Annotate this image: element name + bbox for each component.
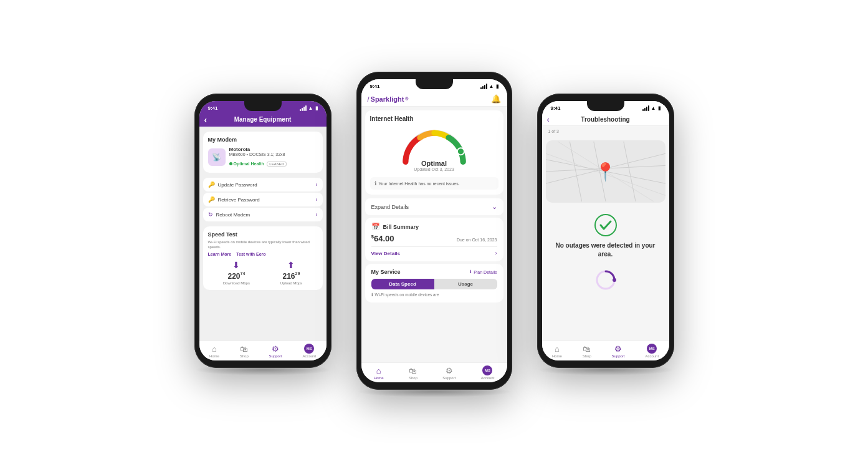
view-details-row[interactable]: View Details › (371, 246, 497, 256)
support-icon-2: ⚙ (446, 366, 453, 375)
check-circle-icon (594, 214, 617, 236)
signal-icon-3 (642, 105, 649, 111)
upload-icon: ⬆ (280, 260, 302, 270)
account-avatar-3: MS (647, 344, 657, 354)
tab-data-speed[interactable]: Data Speed (371, 279, 434, 289)
test-with-eero-link[interactable]: Test with Eero (236, 252, 265, 256)
svg-point-0 (457, 148, 464, 155)
learn-more-link[interactable]: Learn More (208, 252, 232, 256)
trademark-icon: ® (405, 97, 408, 101)
bill-title: Bill Summary (383, 224, 419, 230)
health-note-row: ℹ Your Internet Health has no recent iss… (370, 177, 498, 190)
shop-icon-3: 🛍 (583, 344, 591, 354)
modem-icon: 📡 (208, 148, 226, 166)
bottom-nav-3: ⌂ Home 🛍 Shop ⚙ Support MS Account (542, 341, 669, 360)
bill-summary-card: 📅 Bill Summary $64.00 Due on Oct 16, 202… (365, 218, 503, 261)
screen2-content: Internet Health (361, 107, 507, 362)
account-avatar-2: MS (482, 365, 492, 375)
status-time-1: 9:41 (208, 105, 218, 111)
home-icon-2: ⌂ (376, 366, 381, 375)
health-note-text: Your Internet Health has no recent issue… (379, 181, 460, 186)
service-title: My Service (371, 269, 401, 275)
outage-result: No outages were detected in your area. (542, 206, 669, 263)
bottom-nav-2: ⌂ Home 🛍 Shop ⚙ Support MS Account (361, 362, 507, 382)
menu-label-2: Retrieve Password (218, 197, 260, 203)
internet-health-screen: 9:41 ▲ ▮ / Sparklight® (356, 72, 512, 390)
menu-retrieve-password[interactable]: 🔑 Retrieve Password › (203, 193, 323, 206)
upload-label: Upload Mbps (280, 281, 302, 285)
support-icon-3: ⚙ (614, 344, 622, 354)
info-icon: ℹ (374, 180, 376, 186)
manage-equipment-screen: 9:41 ▲ ▮ ‹ Manage Equipment (194, 94, 331, 368)
health-date: Updated Oct 3, 2023 (414, 167, 454, 172)
nav-shop-label-1: Shop (240, 354, 249, 358)
sparklight-header: / Sparklight® 🔔 (361, 92, 507, 107)
upload-dec: 29 (295, 271, 300, 276)
support-icon-1: ⚙ (272, 344, 279, 354)
chevron-icon-1: › (316, 181, 318, 188)
modem-section: My Modem 📡 Motorola MB8600 • DOCSIS 3.1;… (203, 132, 323, 173)
bill-due-date: Due on Oct 16, 2023 (457, 238, 497, 242)
menu-update-password[interactable]: 🔑 Update Password › (203, 178, 323, 191)
bottom-nav-1: ⌂ Home 🛍 Shop ⚙ Support MS Account (199, 341, 327, 360)
nav-support-3[interactable]: ⚙ Support (612, 344, 625, 358)
upload-val: 216 (282, 272, 295, 281)
nav-account-3[interactable]: MS Account (645, 344, 659, 358)
nav-home-2[interactable]: ⌂ Home (374, 366, 384, 380)
nav-account-2[interactable]: MS Account (481, 365, 495, 380)
status-time-3: 9:41 (551, 105, 561, 111)
troubleshooting-screen: 9:41 ▲ ▮ ‹ Troubleshooting (537, 94, 674, 368)
signal-icon (300, 105, 307, 111)
nav-shop-2[interactable]: 🛍 Shop (409, 366, 417, 380)
tab-usage[interactable]: Usage (434, 279, 497, 289)
info-icon-2: ℹ (470, 269, 472, 274)
nav-shop-label-2: Shop (409, 376, 417, 380)
screen1-content: My Modem 📡 Motorola MB8600 • DOCSIS 3.1;… (199, 127, 327, 341)
download-speed: ⬇ 22074 Download Mbps (223, 260, 250, 285)
service-tabs: Data Speed Usage (371, 279, 497, 289)
speed-section-title: Speed Test (208, 231, 318, 238)
modem-health-badge: Optimal Health (229, 162, 264, 166)
menu-reboot-modem[interactable]: ↻ Reboot Modem › (203, 208, 323, 221)
nav-shop-1[interactable]: 🛍 Shop (240, 344, 249, 358)
health-section-title: Internet Health (370, 115, 498, 122)
modem-model: MB8600 • DOCSIS 3.1; 32x8 (229, 152, 287, 157)
nav-account-1[interactable]: MS Account (302, 344, 316, 358)
nav-shop-3[interactable]: 🛍 Shop (583, 344, 591, 358)
bill-icon: 📅 (371, 223, 380, 231)
modem-health-text: Optimal Health (234, 162, 264, 166)
spinner-area (542, 263, 669, 297)
download-dec: 74 (241, 271, 246, 276)
expand-details-row[interactable]: Expand Details ⌄ (365, 198, 503, 215)
nav-account-label-3: Account (645, 354, 659, 358)
nav-support-label-1: Support (269, 354, 282, 358)
modem-lease-badge: LEASED (267, 162, 287, 167)
back-chevron-icon[interactable]: ‹ (547, 115, 550, 124)
status-icons-3: ▲ ▮ (642, 105, 661, 111)
check-svg (594, 214, 617, 236)
nav-home-label-3: Home (552, 354, 562, 358)
plan-details-link[interactable]: ℹ Plan Details (470, 269, 497, 274)
nav-support-2[interactable]: ⚙ Support (442, 366, 455, 380)
status-time-2: 9:41 (370, 84, 380, 89)
notch-3 (587, 101, 624, 111)
phone-3: 9:41 ▲ ▮ ‹ Troubleshooting (537, 94, 674, 375)
notification-bell-icon[interactable]: 🔔 (491, 94, 501, 104)
location-pin-icon: 📍 (594, 162, 616, 182)
bill-amount: $64.00 (371, 234, 394, 243)
nav-account-label-1: Account (302, 354, 316, 358)
status-icons-1: ▲ ▮ (300, 105, 318, 111)
nav-support-1[interactable]: ⚙ Support (269, 344, 282, 358)
expand-chevron-icon: ⌄ (492, 203, 497, 211)
nav-home-1[interactable]: ⌂ Home (209, 344, 219, 358)
sparklight-logo: / Sparklight® (368, 95, 409, 103)
nav-home-label-1: Home (209, 354, 219, 358)
reboot-icon: ↻ (208, 211, 213, 218)
nav-home-3[interactable]: ⌂ Home (552, 344, 562, 358)
shop-icon-2: 🛍 (409, 366, 417, 375)
key-icon-2: 🔑 (208, 196, 215, 203)
back-button[interactable]: ‹ (204, 115, 207, 125)
menu-label-1: Update Password (218, 182, 257, 188)
menu-label-3: Reboot Modem (216, 212, 250, 218)
wifi-icon-3: ▲ (651, 105, 656, 111)
